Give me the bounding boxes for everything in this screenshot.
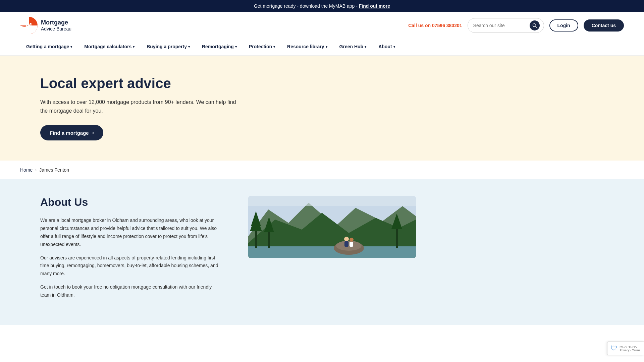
breadcrumb-home[interactable]: Home (20, 167, 33, 173)
search-bar[interactable] (468, 18, 544, 33)
about-paragraph-3: Get in touch to book your free no obliga… (40, 283, 221, 299)
phone-number[interactable]: 07596 383201 (432, 23, 462, 28)
about-paragraph-1: We are a local mortgage broker in Oldham… (40, 217, 221, 248)
about-section: About Us We are a local mortgage broker … (0, 179, 644, 324)
main-nav: Getting a mortgage ▾ Mortgage calculator… (0, 39, 644, 56)
logo-area[interactable]: M Mortgage Advice Bureau (20, 17, 71, 34)
find-mortgage-label: Find a mortgage (50, 130, 89, 136)
find-mortgage-button[interactable]: Find a mortgage › (40, 125, 103, 140)
breadcrumb-separator: › (35, 168, 37, 172)
call-label: Call us on (408, 23, 431, 28)
search-button[interactable] (530, 20, 540, 31)
svg-rect-21 (248, 196, 416, 206)
nav-item-resource-library[interactable]: Resource library ▾ (281, 39, 333, 55)
nav-item-protection[interactable]: Protection ▾ (243, 39, 281, 55)
logo-line1: Mortgage (41, 19, 71, 26)
svg-rect-17 (268, 231, 270, 248)
call-text: Call us on 07596 383201 (408, 23, 462, 28)
svg-rect-14 (255, 230, 257, 248)
nav-label-buying-property: Buying a property (147, 44, 187, 49)
nav-label-getting-mortgage: Getting a mortgage (26, 44, 69, 49)
breadcrumb-current: James Fenton (39, 167, 69, 173)
search-input[interactable] (473, 23, 527, 28)
nav-item-buying-property[interactable]: Buying a property ▾ (141, 39, 196, 55)
top-banner: Get mortgage ready - download the MyMAB … (0, 0, 644, 12)
hero-content: Local expert advice With access to over … (40, 76, 241, 140)
hero-section: Local expert advice With access to over … (0, 56, 644, 161)
chevron-down-icon: ▾ (133, 45, 135, 49)
svg-point-12 (350, 238, 354, 242)
svg-rect-13 (350, 242, 353, 247)
nav-label-about: About (378, 44, 392, 49)
banner-text: Get mortgage ready - download the MyMAB … (254, 3, 358, 9)
svg-rect-11 (344, 241, 348, 247)
nav-label-resource-library: Resource library (287, 44, 324, 49)
header-right: Call us on 07596 383201 Login Contact us (408, 18, 624, 33)
svg-point-10 (344, 237, 349, 241)
chevron-down-icon: ▾ (188, 45, 190, 49)
nav-item-mortgage-calculators[interactable]: Mortgage calculators ▾ (78, 39, 141, 55)
svg-line-3 (535, 26, 537, 28)
contact-button[interactable]: Contact us (584, 19, 624, 32)
svg-rect-19 (396, 228, 398, 248)
svg-rect-7 (248, 246, 416, 258)
logo-line2: Advice Bureau (41, 26, 71, 32)
banner-link[interactable]: Find out more (359, 3, 390, 9)
about-paragraph-2: Our advisers are experienced in all aspe… (40, 254, 221, 278)
about-image-svg (248, 196, 416, 258)
chevron-down-icon: ▾ (365, 45, 366, 49)
logo-icon: M (20, 17, 38, 34)
nav-label-green-hub: Green Hub (339, 44, 364, 49)
chevron-down-icon: ▾ (235, 45, 237, 49)
chevron-down-icon: ▾ (70, 45, 72, 49)
about-image (248, 196, 416, 258)
arrow-right-icon: › (92, 130, 94, 136)
nav-item-green-hub[interactable]: Green Hub ▾ (333, 39, 373, 55)
breadcrumb: Home › James Fenton (0, 161, 644, 179)
nav-label-remortgaging: Remortgaging (202, 44, 234, 49)
nav-item-about[interactable]: About ▾ (372, 39, 401, 55)
nav-label-protection: Protection (249, 44, 272, 49)
chevron-down-icon: ▾ (326, 45, 327, 49)
svg-text:M: M (26, 21, 32, 29)
about-content: About Us We are a local mortgage broker … (40, 196, 221, 304)
nav-item-getting-mortgage[interactable]: Getting a mortgage ▾ (20, 39, 78, 55)
chevron-down-icon: ▾ (273, 45, 275, 49)
hero-description: With access to over 12,000 mortgage prod… (40, 98, 241, 115)
search-icon (532, 23, 537, 28)
login-button[interactable]: Login (549, 19, 578, 32)
logo-text: Mortgage Advice Bureau (41, 19, 71, 32)
svg-point-9 (336, 241, 362, 251)
about-heading: About Us (40, 196, 221, 208)
nav-item-remortgaging[interactable]: Remortgaging ▾ (196, 39, 243, 55)
header: M Mortgage Advice Bureau Call us on 0759… (0, 12, 644, 39)
nav-label-mortgage-calculators: Mortgage calculators (84, 44, 131, 49)
chevron-down-icon: ▾ (393, 45, 395, 49)
hero-heading: Local expert advice (40, 76, 241, 91)
